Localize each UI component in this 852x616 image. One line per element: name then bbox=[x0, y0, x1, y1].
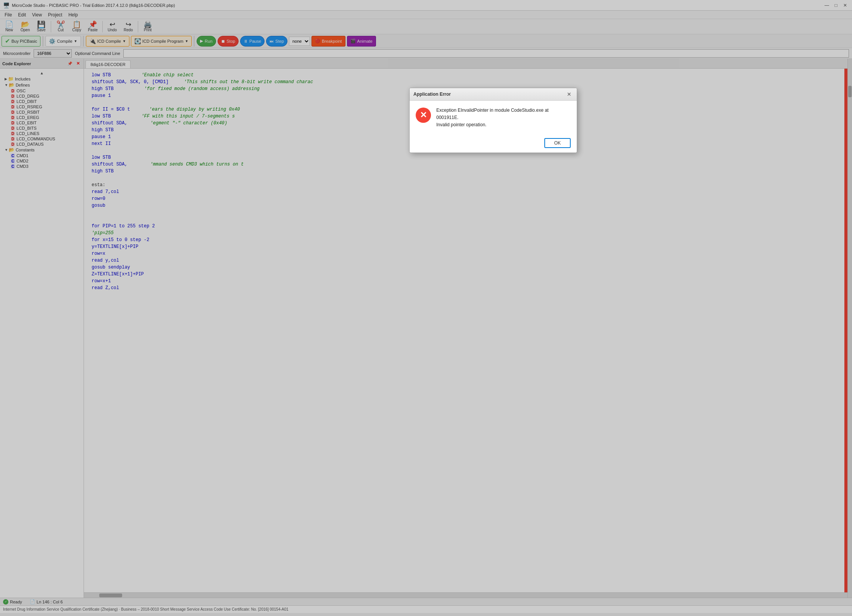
dialog-overlay: Application Error ✕ ✕ Exception EInvalid… bbox=[0, 0, 852, 613]
application-error-dialog: Application Error ✕ ✕ Exception EInvalid… bbox=[409, 88, 577, 153]
dialog-message: Exception EInvalidPointer in module Code… bbox=[436, 107, 549, 129]
error-icon: ✕ bbox=[416, 108, 431, 123]
dialog-body: ✕ Exception EInvalidPointer in module Co… bbox=[410, 101, 577, 135]
dialog-message-line1: Exception EInvalidPointer in module Code… bbox=[436, 108, 549, 113]
dialog-message-line2: 0001911E. bbox=[436, 115, 458, 120]
dialog-titlebar: Application Error ✕ bbox=[410, 88, 577, 101]
dialog-message-line3: Invalid pointer operation. bbox=[436, 122, 486, 127]
dialog-close-button[interactable]: ✕ bbox=[565, 90, 573, 98]
dialog-footer: OK bbox=[410, 135, 577, 153]
dialog-title: Application Error bbox=[413, 92, 451, 97]
dialog-ok-button[interactable]: OK bbox=[544, 138, 571, 148]
